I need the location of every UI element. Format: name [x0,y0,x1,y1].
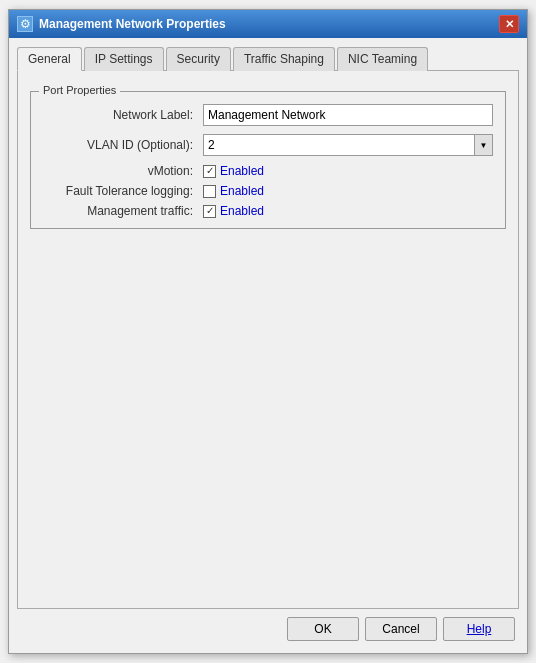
dropdown-arrow-icon[interactable]: ▼ [474,135,492,155]
window-icon: ⚙ [17,16,33,32]
fault-tolerance-checkbox-area: Enabled [203,184,264,198]
management-traffic-checkbox[interactable] [203,205,216,218]
window-content: General IP Settings Security Traffic Sha… [9,38,527,653]
vmotion-label: vMotion: [43,164,203,178]
vmotion-checkbox-area: Enabled [203,164,264,178]
tab-content-general: Port Properties Network Label: VLAN ID (… [17,71,519,609]
network-label-input[interactable] [203,104,493,126]
ok-button[interactable]: OK [287,617,359,641]
window-title: Management Network Properties [39,17,226,31]
title-bar-left: ⚙ Management Network Properties [17,16,226,32]
vlan-id-row: VLAN ID (Optional): 2 ▼ [43,134,493,156]
vlan-id-value: 2 [204,135,474,155]
tab-nic-teaming[interactable]: NIC Teaming [337,47,428,71]
tab-bar: General IP Settings Security Traffic Sha… [17,46,519,71]
tab-ip-settings[interactable]: IP Settings [84,47,164,71]
main-window: ⚙ Management Network Properties ✕ Genera… [8,9,528,654]
group-title: Port Properties [39,84,120,96]
button-bar: OK Cancel Help [17,609,519,645]
cancel-button[interactable]: Cancel [365,617,437,641]
close-button[interactable]: ✕ [499,15,519,33]
vmotion-status: Enabled [220,164,264,178]
network-label-label: Network Label: [43,108,203,122]
tab-security[interactable]: Security [166,47,231,71]
management-traffic-row: Management traffic: Enabled [43,204,493,218]
vmotion-checkbox[interactable] [203,165,216,178]
tab-general[interactable]: General [17,47,82,71]
vlan-id-select[interactable]: 2 ▼ [203,134,493,156]
management-traffic-checkbox-area: Enabled [203,204,264,218]
tab-traffic-shaping[interactable]: Traffic Shaping [233,47,335,71]
management-traffic-status: Enabled [220,204,264,218]
vlan-id-label: VLAN ID (Optional): [43,138,203,152]
port-properties-group: Port Properties Network Label: VLAN ID (… [30,91,506,229]
network-label-row: Network Label: [43,104,493,126]
help-button[interactable]: Help [443,617,515,641]
fault-tolerance-row: Fault Tolerance logging: Enabled [43,184,493,198]
management-traffic-label: Management traffic: [43,204,203,218]
title-bar: ⚙ Management Network Properties ✕ [9,10,527,38]
fault-tolerance-label: Fault Tolerance logging: [43,184,203,198]
fault-tolerance-checkbox[interactable] [203,185,216,198]
fault-tolerance-status: Enabled [220,184,264,198]
vmotion-row: vMotion: Enabled [43,164,493,178]
